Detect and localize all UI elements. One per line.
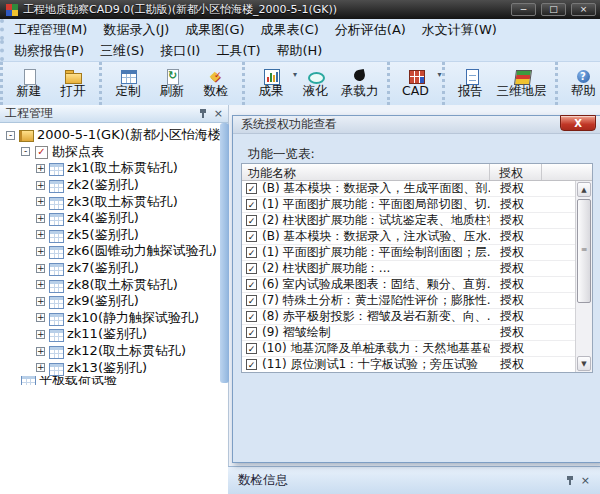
tree-item[interactable]: 平板载荷试验 [2,376,228,385]
feature-row[interactable]: ✓(B) 基本模块：数据录入，生成平面图、剖...授权 [242,181,592,197]
tree-item[interactable]: -勘探点表 [2,144,228,161]
dialog-close-button[interactable]: X [560,115,596,131]
close-button[interactable]: × [571,3,596,16]
project-tree: -2000-5-1(GK)(新都小区怡海楼-勘探点表+zk1(取土标贯钻孔)+z… [0,123,228,385]
tree-item[interactable]: +zk9(鉴别孔) [2,293,228,310]
minimize-button[interactable]: − [511,3,536,16]
checkbox-checked[interactable]: ✓ [246,343,257,354]
checkbox-checked[interactable]: ✓ [246,231,257,242]
maximize-button[interactable]: □ [541,3,566,16]
feature-row[interactable]: ✓(2) 柱状图扩展功能：...授权 [242,261,592,277]
cad-button[interactable]: CAD▾ [394,62,438,105]
expand-icon[interactable]: + [36,264,45,273]
column-header-name[interactable]: 功能名称 [242,164,490,180]
checkbox-checked[interactable]: ✓ [246,263,257,274]
feature-row[interactable]: ✓(10) 地基沉降及单桩承载力：天然地基基础...授权 [242,341,592,357]
tree-item[interactable]: +zk6(圆锥动力触探试验孔) [2,243,228,260]
scroll-up-icon[interactable]: ▲ [577,182,591,197]
expand-icon[interactable]: + [36,181,45,190]
collapse-icon[interactable]: - [6,131,15,140]
checkbox-checked[interactable]: ✓ [246,215,257,226]
results-button[interactable]: 成果▾ [249,62,293,105]
checkbox-checked[interactable]: ✓ [246,295,257,306]
feature-row[interactable]: ✓(8) 赤平极射投影：褶皱及岩石新变、向、...授权 [242,309,592,325]
expand-icon[interactable]: + [36,247,45,256]
feature-row[interactable]: ✓(9) 褶皱绘制授权 [242,325,592,341]
tree-item[interactable]: +zk13(鉴别孔) [2,359,228,376]
expand-icon[interactable]: + [36,363,45,372]
tree-item[interactable]: +zk8(取土标贯钻孔) [2,276,228,293]
expand-icon[interactable]: + [36,214,45,223]
collapse-icon[interactable]: - [21,147,30,156]
feature-row[interactable]: ✓(B) 基本模块：数据录入，注水试验、压水...授权 [242,229,592,245]
menu-item[interactable]: 工程管理(M) [14,21,87,39]
menu-item[interactable]: 成果表(C) [261,21,319,39]
customize-button[interactable]: 定制 [106,62,150,105]
bearing-capacity-button[interactable]: 承载力 [337,62,383,105]
checkbox-checked[interactable]: ✓ [246,183,257,194]
expand-icon[interactable]: + [36,164,45,173]
tree-item[interactable]: +zk11(鉴别孔) [2,326,228,343]
checkbox-checked[interactable]: ✓ [246,247,257,258]
scrollbar-thumb[interactable]: ≡ [577,199,591,303]
tree-item[interactable]: +zk4(鉴别孔) [2,210,228,227]
column-header-auth[interactable]: 授权 [490,164,542,180]
panel-close-icon[interactable]: × [581,476,590,486]
liquefaction-button[interactable]: 液化 [293,62,337,105]
tree-item[interactable]: +zk7(鉴别孔) [2,260,228,277]
table-scrollbar[interactable]: ▲ ≡ ▼ [575,181,592,372]
tree-item[interactable]: +zk5(鉴别孔) [2,227,228,244]
menu-item[interactable]: 三维(S) [100,42,144,60]
tree-item[interactable]: -2000-5-1(GK)(新都小区怡海楼 [2,127,228,144]
menu-item[interactable]: 水文计算(W) [422,21,497,39]
menu-item[interactable]: 帮助(H) [276,42,322,60]
feature-row[interactable]: ✓(2) 柱状图扩展功能：试坑鉴定表、地质柱状图授权 [242,213,592,229]
expand-icon[interactable]: + [36,297,45,306]
checkbox-checked[interactable]: ✓ [246,327,257,338]
data-check-button[interactable]: 数检 [194,62,238,105]
feature-name: (2) 柱状图扩展功能：... [262,260,490,277]
checkbox-checked[interactable]: ✓ [246,359,257,370]
expand-icon[interactable]: + [36,197,45,206]
refresh-button[interactable]: 刷新 [150,62,194,105]
feature-row[interactable]: ✓(1) 平面图扩展功能：平面绘制剖面图；层...授权 [242,245,592,261]
toolbar-button-label: 报告 [458,84,483,98]
tree-item[interactable]: +zk10(静力触探试验孔) [2,310,228,327]
menu-item[interactable]: 接口(I) [160,42,200,60]
menu-item[interactable]: 数据录入(J) [103,21,169,39]
expand-icon[interactable]: + [36,313,45,322]
expand-icon[interactable]: + [36,280,45,289]
scroll-down-icon[interactable]: ▼ [577,356,591,371]
help-icon [576,69,592,84]
strata-3d-button[interactable]: 三维地层 [493,62,551,105]
expand-icon[interactable]: + [36,330,45,339]
feature-row[interactable]: ✓(11) 原位测试1：十字板试验；旁压试验授权 [242,357,592,372]
panel-close-icon[interactable]: × [214,109,223,119]
expand-icon[interactable]: + [36,347,45,356]
pin-icon[interactable] [198,109,208,119]
checkbox-checked[interactable]: ✓ [246,199,257,210]
tree-item[interactable]: +zk12(取土标贯钻孔) [2,343,228,360]
menu-item[interactable]: 勘察报告(P) [14,42,84,60]
new-file-button[interactable]: 新建 [7,62,51,105]
tree-item[interactable]: +zk1(取土标贯钻孔) [2,160,228,177]
menu-item[interactable]: 成果图(G) [185,21,244,39]
tree-scrollbar[interactable] [220,123,229,383]
open-folder-button[interactable]: 打开 [51,62,95,105]
dropdown-caret-icon[interactable]: ▾ [437,70,441,79]
expand-icon[interactable]: + [36,230,45,239]
feature-row[interactable]: ✓(6) 室内试验成果图表：固结、颗分、直剪...授权 [242,277,592,293]
menu-item[interactable]: 分析评估(A) [335,21,406,39]
feature-row[interactable]: ✓(7) 特殊土分析：黄土湿陷性评价；膨胀性...授权 [242,293,592,309]
tree-item[interactable]: +zk3(取土标贯钻孔) [2,193,228,210]
checkbox-checked[interactable]: ✓ [246,279,257,290]
menu-item[interactable]: 工具(T) [216,42,260,60]
checkbox-checked[interactable]: ✓ [246,311,257,322]
tree-item[interactable]: +zk2(鉴别孔) [2,177,228,194]
pin-icon[interactable] [565,476,575,486]
help-button[interactable]: 帮助 [562,62,600,105]
report-button[interactable]: 报告 [449,62,493,105]
feature-row[interactable]: ✓(1) 平面图扩展功能：平面图局部切图、切...授权 [242,197,592,213]
toolbar-button-label: 打开 [61,84,86,98]
app-logo-icon [6,4,18,16]
